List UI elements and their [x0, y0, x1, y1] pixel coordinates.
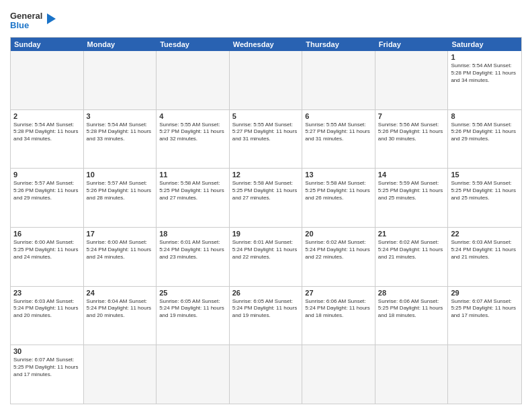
cell-content: Sunrise: 5:54 AM Sunset: 5:28 PM Dayligh… — [87, 122, 154, 143]
cell-content: Sunrise: 5:54 AM Sunset: 5:28 PM Dayligh… — [13, 122, 81, 143]
day-number: 28 — [378, 289, 445, 297]
day-header-wednesday: Wednesday — [230, 38, 303, 51]
day-cell-7: 7Sunrise: 5:56 AM Sunset: 5:26 PM Daylig… — [375, 110, 449, 169]
cell-content: Sunrise: 6:00 AM Sunset: 5:24 PM Dayligh… — [87, 239, 154, 261]
day-number: 6 — [305, 112, 372, 120]
calendar-body: 1Sunrise: 5:54 AM Sunset: 5:28 PM Daylig… — [11, 51, 521, 404]
day-cell-30: 30Sunrise: 6:07 AM Sunset: 5:25 PM Dayli… — [11, 345, 84, 404]
cell-content: Sunrise: 5:57 AM Sunset: 5:26 PM Dayligh… — [87, 180, 154, 201]
svg-text:General: General — [10, 11, 42, 21]
day-number: 26 — [232, 289, 300, 297]
day-cell-17: 17Sunrise: 6:00 AM Sunset: 5:24 PM Dayli… — [84, 228, 157, 286]
cell-content: Sunrise: 6:02 AM Sunset: 5:24 PM Dayligh… — [378, 239, 445, 261]
day-number: 22 — [451, 230, 519, 238]
cell-content: Sunrise: 6:07 AM Sunset: 5:25 PM Dayligh… — [451, 298, 519, 320]
day-number: 13 — [305, 171, 372, 179]
calendar: SundayMondayTuesdayWednesdayThursdayFrid… — [10, 37, 522, 404]
cell-content: Sunrise: 5:56 AM Sunset: 5:26 PM Dayligh… — [378, 122, 445, 143]
day-number: 19 — [232, 230, 300, 238]
day-number: 8 — [451, 112, 519, 120]
cell-content: Sunrise: 6:04 AM Sunset: 5:24 PM Dayligh… — [87, 298, 154, 320]
day-cell-15: 15Sunrise: 5:59 AM Sunset: 5:25 PM Dayli… — [448, 169, 521, 227]
day-number: 20 — [305, 230, 372, 238]
day-number: 18 — [159, 230, 226, 238]
day-number: 29 — [451, 289, 519, 297]
empty-cell — [11, 51, 84, 109]
cell-content: Sunrise: 6:02 AM Sunset: 5:24 PM Dayligh… — [305, 239, 372, 261]
day-cell-25: 25Sunrise: 6:05 AM Sunset: 5:24 PM Dayli… — [157, 287, 230, 345]
cell-content: Sunrise: 6:03 AM Sunset: 5:24 PM Dayligh… — [13, 298, 81, 320]
cell-content: Sunrise: 6:07 AM Sunset: 5:25 PM Dayligh… — [13, 357, 81, 378]
day-cell-20: 20Sunrise: 6:02 AM Sunset: 5:24 PM Dayli… — [302, 228, 375, 286]
day-cell-11: 11Sunrise: 5:58 AM Sunset: 5:25 PM Dayli… — [157, 169, 230, 227]
cell-content: Sunrise: 5:55 AM Sunset: 5:27 PM Dayligh… — [305, 122, 372, 143]
day-cell-27: 27Sunrise: 6:06 AM Sunset: 5:24 PM Dayli… — [302, 287, 375, 345]
day-number: 17 — [87, 230, 154, 238]
day-number: 23 — [13, 289, 81, 297]
day-header-monday: Monday — [84, 38, 157, 51]
calendar-row-5: 30Sunrise: 6:07 AM Sunset: 5:25 PM Dayli… — [11, 345, 521, 404]
day-number: 24 — [87, 289, 154, 297]
page: GeneralBlue SundayMondayTuesdayWednesday… — [0, 0, 532, 411]
day-cell-14: 14Sunrise: 5:59 AM Sunset: 5:25 PM Dayli… — [375, 169, 449, 227]
day-headers: SundayMondayTuesdayWednesdayThursdayFrid… — [11, 38, 521, 51]
day-number: 9 — [13, 171, 81, 179]
day-cell-12: 12Sunrise: 5:58 AM Sunset: 5:25 PM Dayli… — [230, 169, 303, 227]
day-header-tuesday: Tuesday — [157, 38, 230, 51]
day-number: 12 — [232, 171, 300, 179]
day-number: 14 — [378, 171, 445, 179]
day-number: 1 — [451, 53, 519, 61]
cell-content: Sunrise: 5:58 AM Sunset: 5:25 PM Dayligh… — [232, 180, 300, 201]
empty-cell — [84, 345, 157, 404]
day-cell-23: 23Sunrise: 6:03 AM Sunset: 5:24 PM Dayli… — [11, 287, 84, 345]
day-number: 2 — [13, 112, 81, 120]
day-cell-9: 9Sunrise: 5:57 AM Sunset: 5:26 PM Daylig… — [11, 169, 84, 227]
day-cell-1: 1Sunrise: 5:54 AM Sunset: 5:28 PM Daylig… — [448, 51, 521, 109]
day-number: 21 — [378, 230, 445, 238]
cell-content: Sunrise: 6:06 AM Sunset: 5:25 PM Dayligh… — [378, 298, 445, 320]
header: GeneralBlue — [10, 7, 522, 33]
cell-content: Sunrise: 6:01 AM Sunset: 5:24 PM Dayligh… — [232, 239, 300, 261]
calendar-row-0: 1Sunrise: 5:54 AM Sunset: 5:28 PM Daylig… — [11, 51, 521, 110]
day-cell-4: 4Sunrise: 5:55 AM Sunset: 5:27 PM Daylig… — [157, 110, 230, 169]
day-number: 11 — [159, 171, 226, 179]
day-number: 10 — [87, 171, 154, 179]
day-cell-2: 2Sunrise: 5:54 AM Sunset: 5:28 PM Daylig… — [11, 110, 84, 169]
calendar-row-1: 2Sunrise: 5:54 AM Sunset: 5:28 PM Daylig… — [11, 110, 521, 169]
empty-cell — [448, 345, 521, 404]
empty-cell — [157, 345, 230, 404]
svg-text:Blue: Blue — [10, 20, 29, 30]
calendar-row-3: 16Sunrise: 6:00 AM Sunset: 5:25 PM Dayli… — [11, 228, 521, 287]
cell-content: Sunrise: 5:58 AM Sunset: 5:25 PM Dayligh… — [305, 180, 372, 201]
cell-content: Sunrise: 5:57 AM Sunset: 5:26 PM Dayligh… — [13, 180, 81, 201]
day-cell-28: 28Sunrise: 6:06 AM Sunset: 5:25 PM Dayli… — [375, 287, 449, 345]
day-number: 15 — [451, 171, 519, 179]
day-header-saturday: Saturday — [448, 38, 521, 51]
cell-content: Sunrise: 5:59 AM Sunset: 5:25 PM Dayligh… — [451, 180, 519, 201]
empty-cell — [375, 51, 449, 109]
day-cell-6: 6Sunrise: 5:55 AM Sunset: 5:27 PM Daylig… — [302, 110, 375, 169]
empty-cell — [157, 51, 230, 109]
day-number: 7 — [378, 112, 445, 120]
cell-content: Sunrise: 5:58 AM Sunset: 5:25 PM Dayligh… — [159, 180, 226, 201]
cell-content: Sunrise: 6:05 AM Sunset: 5:24 PM Dayligh… — [232, 298, 300, 320]
logo: GeneralBlue — [10, 9, 57, 33]
day-cell-13: 13Sunrise: 5:58 AM Sunset: 5:25 PM Dayli… — [302, 169, 375, 227]
empty-cell — [84, 51, 157, 109]
day-cell-10: 10Sunrise: 5:57 AM Sunset: 5:26 PM Dayli… — [84, 169, 157, 227]
day-number: 4 — [159, 112, 226, 120]
day-number: 16 — [13, 230, 81, 238]
day-cell-18: 18Sunrise: 6:01 AM Sunset: 5:24 PM Dayli… — [157, 228, 230, 286]
day-cell-16: 16Sunrise: 6:00 AM Sunset: 5:25 PM Dayli… — [11, 228, 84, 286]
day-number: 3 — [87, 112, 154, 120]
day-cell-22: 22Sunrise: 6:03 AM Sunset: 5:24 PM Dayli… — [448, 228, 521, 286]
day-header-thursday: Thursday — [302, 38, 375, 51]
day-number: 27 — [305, 289, 372, 297]
cell-content: Sunrise: 5:55 AM Sunset: 5:27 PM Dayligh… — [159, 122, 226, 143]
logo-svg: GeneralBlue — [10, 9, 57, 33]
cell-content: Sunrise: 6:03 AM Sunset: 5:24 PM Dayligh… — [451, 239, 519, 261]
svg-marker-2 — [47, 13, 56, 24]
calendar-row-2: 9Sunrise: 5:57 AM Sunset: 5:26 PM Daylig… — [11, 169, 521, 228]
cell-content: Sunrise: 5:56 AM Sunset: 5:26 PM Dayligh… — [451, 122, 519, 143]
day-number: 25 — [159, 289, 226, 297]
